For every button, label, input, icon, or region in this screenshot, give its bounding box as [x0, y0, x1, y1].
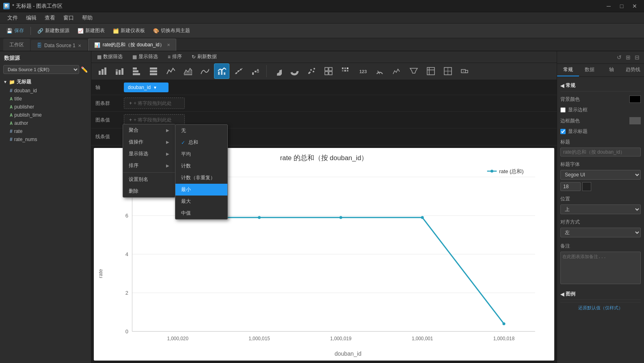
- tree-node-publish-time[interactable]: A publish_time: [0, 111, 91, 119]
- aggregate-count-distinct[interactable]: 计数（非重复）: [175, 172, 227, 184]
- position-select[interactable]: 上: [560, 204, 641, 214]
- axis-value-dropdown[interactable]: douban_id ▼: [124, 83, 169, 92]
- tree-node-author[interactable]: A author: [0, 119, 91, 127]
- chart-type-waterfall[interactable]: [248, 63, 264, 79]
- chart-type-pie[interactable]: [270, 63, 285, 79]
- border-color-label: 边框颜色: [560, 117, 580, 124]
- refresh-button[interactable]: ↻ 刷新数据: [189, 52, 219, 61]
- close-button[interactable]: ✕: [629, 2, 641, 11]
- general-section-header[interactable]: ◀ 常规: [560, 80, 641, 91]
- chart-type-cross-tab[interactable]: [423, 63, 439, 79]
- right-tab-data[interactable]: 数据: [579, 64, 601, 76]
- right-tab-trend[interactable]: 趋势线: [622, 64, 644, 76]
- tree-node-rate[interactable]: # rate: [0, 127, 91, 135]
- menu-window[interactable]: 窗口: [59, 13, 78, 23]
- right-panel-icon-1[interactable]: ↺: [615, 53, 624, 62]
- save-button[interactable]: 💾 保存: [3, 26, 27, 36]
- tab-workspace[interactable]: 工作区: [3, 39, 30, 51]
- align-select[interactable]: 左: [560, 228, 641, 237]
- chart-type-spline[interactable]: [197, 63, 212, 79]
- context-menu-sort[interactable]: 排序 ▶: [123, 160, 175, 172]
- chart-type-scatter[interactable]: [304, 63, 319, 79]
- align-row: 对齐方式: [560, 217, 641, 228]
- new-chart-button[interactable]: 📈 新建图表: [74, 26, 108, 36]
- chart-type-grid[interactable]: [321, 63, 336, 79]
- chart-type-heatmap[interactable]: [338, 63, 353, 79]
- chart-type-bar[interactable]: [95, 63, 110, 79]
- aggregate-median[interactable]: 中值: [175, 207, 227, 219]
- author-type-icon: A: [10, 121, 13, 126]
- new-dashboard-button[interactable]: 🗂️ 新建仪表板: [110, 26, 148, 36]
- legend-section-header[interactable]: ◀ 图例: [560, 289, 641, 300]
- font-size-input[interactable]: [560, 182, 581, 191]
- chart-type-sparkline[interactable]: [389, 63, 404, 79]
- tree-node-douban-id[interactable]: # douban_id: [0, 87, 91, 95]
- chart-type-numeric[interactable]: 123: [355, 63, 370, 79]
- right-panel-icon-2[interactable]: ⊞: [624, 53, 633, 62]
- minimize-button[interactable]: ─: [603, 2, 615, 11]
- chart-group-drop-zone[interactable]: + + 将字段拖到此处: [124, 98, 185, 109]
- reset-button[interactable]: 还原默认值（仅样式）: [560, 302, 641, 312]
- chart-type-scatter-line[interactable]: [231, 63, 246, 79]
- menu-file[interactable]: 文件: [3, 13, 22, 23]
- tab-chart[interactable]: 📊 rate的总和（按 douban_id） ✕: [88, 39, 176, 51]
- chart-type-line[interactable]: [163, 63, 178, 79]
- context-menu-display-filter[interactable]: 显示筛选 ▶: [123, 148, 175, 160]
- tree-node-publisher[interactable]: A publisher: [0, 103, 91, 111]
- chart-type-gauge[interactable]: [372, 63, 387, 79]
- menu-view[interactable]: 查看: [41, 13, 59, 23]
- font-family-select[interactable]: Segoe UI: [560, 170, 641, 180]
- tree-node-title[interactable]: A title: [0, 95, 91, 103]
- new-datasource-button[interactable]: 🔗 新建数据源: [34, 26, 73, 36]
- data-source-dropdown[interactable]: Data Source 1 (实时): [3, 65, 79, 74]
- right-tab-general[interactable]: 常规: [557, 64, 579, 76]
- aggregate-avg[interactable]: 平均: [175, 148, 227, 160]
- chart-type-area[interactable]: [180, 63, 195, 79]
- notes-textarea[interactable]: [560, 252, 641, 284]
- tab-datasource-close[interactable]: ✕: [78, 43, 81, 48]
- show-border-checkbox[interactable]: [560, 107, 566, 113]
- chart-type-more[interactable]: [457, 63, 473, 79]
- context-menu-delete[interactable]: 删除: [123, 185, 175, 197]
- chart-type-stacked-bar[interactable]: [112, 63, 127, 79]
- show-title-checkbox[interactable]: [560, 129, 566, 134]
- edit-datasource-icon[interactable]: ✏️: [81, 66, 88, 73]
- bg-color-picker[interactable]: [629, 96, 641, 103]
- title-input[interactable]: [560, 148, 641, 157]
- sort-button[interactable]: ≡ 排序: [165, 52, 184, 61]
- data-filter-button[interactable]: ▦ 数据筛选: [95, 52, 125, 61]
- border-color-picker[interactable]: [629, 117, 641, 124]
- tab-datasource[interactable]: 🗄 Data Source 1 ✕: [31, 40, 87, 51]
- aggregate-max[interactable]: 最大: [175, 196, 227, 207]
- font-color-picker[interactable]: [582, 182, 591, 191]
- chart-type-pivot[interactable]: [440, 63, 456, 79]
- maximize-button[interactable]: □: [616, 2, 628, 11]
- show-border-label: 显示边框: [568, 107, 588, 113]
- chart-type-line-bar-combo[interactable]: [214, 63, 229, 79]
- tab-chart-close[interactable]: ✕: [167, 43, 170, 47]
- aggregate-min[interactable]: 最小: [175, 184, 227, 196]
- context-menu-value-op[interactable]: 值操作 ▶: [123, 136, 175, 148]
- aggregate-count-label: 计数: [181, 163, 191, 170]
- tree-root-node[interactable]: ▼ 📁 无标题: [0, 77, 91, 87]
- publish-time-type-icon: A: [10, 113, 13, 117]
- svg-text:rate (总和): rate (总和): [499, 168, 524, 174]
- switch-theme-button[interactable]: 🎨 切换布局主题: [150, 26, 193, 36]
- menu-help[interactable]: 帮助: [78, 13, 97, 23]
- tree-node-rate-nums[interactable]: # rate_nums: [0, 135, 91, 143]
- aggregate-none[interactable]: 无: [175, 125, 227, 137]
- right-tab-axis[interactable]: 轴: [601, 64, 622, 76]
- chart-type-horizontal-bar[interactable]: [129, 63, 144, 79]
- chart-type-funnel[interactable]: [406, 63, 421, 79]
- display-filter-button[interactable]: ▦ 显示筛选: [130, 52, 160, 61]
- chart-type-donut[interactable]: [287, 63, 302, 79]
- svg-rect-23: [257, 71, 259, 72]
- svg-point-17: [236, 72, 237, 74]
- aggregate-sum[interactable]: ✓ 总和: [175, 137, 227, 148]
- menu-edit[interactable]: 编辑: [22, 13, 41, 23]
- aggregate-count[interactable]: 计数: [175, 160, 227, 172]
- chart-type-100pct-bar[interactable]: [146, 63, 161, 79]
- context-menu-alias[interactable]: 设置别名: [123, 174, 175, 185]
- right-panel-icon-3[interactable]: ⊟: [633, 53, 642, 62]
- context-menu-aggregate[interactable]: 聚合 ▶ 无 ✓ 总和 平均: [123, 124, 175, 136]
